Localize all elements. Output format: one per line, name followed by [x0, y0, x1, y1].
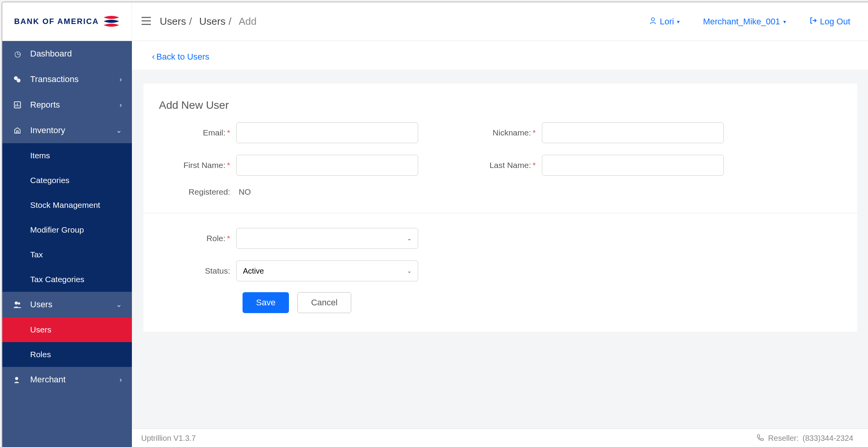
sidebar-item-users[interactable]: Users ⌄ — [2, 292, 132, 317]
user-menu[interactable]: Lori ▾ — [649, 17, 680, 27]
sidebar-sub-modifier[interactable]: Modifier Group — [2, 218, 132, 242]
back-label: Back to Users — [156, 52, 209, 62]
save-button[interactable]: Save — [243, 292, 289, 313]
sidebar-sub-categories[interactable]: Categories — [2, 168, 132, 193]
label-email: Email:* — [159, 128, 236, 137]
nickname-field[interactable] — [542, 122, 724, 143]
sidebar-item-label: Users — [30, 300, 52, 310]
chevron-down-icon: ⌄ — [116, 300, 122, 309]
add-user-card: Add New User Email:* Nickname:* First Na… — [144, 84, 857, 332]
topbar: BANK OF AMERICA Users / Users / A — [2, 2, 868, 41]
sidebar-sub-tax-categories[interactable]: Tax Categories — [2, 267, 132, 292]
user-name: Lori — [660, 17, 674, 27]
sidebar-inventory-group: Items Categories Stock Management Modifi… — [2, 143, 132, 292]
svg-point-4 — [15, 301, 18, 305]
sidebar: ◷ Dashboard Transactions › Reports › — [2, 41, 132, 447]
sidebar-sub-roles[interactable]: Roles — [2, 342, 132, 367]
label-first-name: First Name:* — [159, 161, 236, 170]
label-status: Status: — [159, 266, 236, 276]
svg-point-2 — [17, 79, 21, 82]
page-title: Add New User — [159, 99, 842, 111]
status-select[interactable]: Active — [236, 260, 418, 281]
registered-value: NO — [236, 187, 418, 197]
chevron-right-icon: › — [120, 75, 122, 84]
transactions-icon — [12, 75, 22, 84]
cancel-button[interactable]: Cancel — [297, 292, 351, 313]
last-name-field[interactable] — [542, 155, 724, 176]
content: Add New User Email:* Nickname:* First Na… — [132, 70, 868, 428]
backbar: ‹ Back to Users — [132, 41, 868, 70]
topbar-right: Lori ▾ Merchant_Mike_001 ▾ Log Out — [649, 17, 868, 27]
reseller-label: Reseller: — [768, 434, 799, 443]
svg-point-6 — [15, 377, 18, 380]
breadcrumb-separator: / — [229, 15, 231, 27]
label-nickname: Nickname:* — [418, 128, 542, 137]
chevron-down-icon: ▾ — [677, 19, 680, 25]
chevron-right-icon: › — [120, 376, 122, 384]
breadcrumb-root[interactable]: Users — [160, 15, 186, 27]
sidebar-item-inventory[interactable]: Inventory ⌄ — [2, 118, 132, 143]
sidebar-item-merchant[interactable]: Merchant › — [2, 367, 132, 392]
merchant-name: Merchant_Mike_001 — [703, 17, 780, 27]
button-row: Save Cancel — [243, 292, 842, 313]
app-window: BANK OF AMERICA Users / Users / A — [2, 2, 868, 447]
breadcrumb-current: Add — [239, 15, 256, 27]
dashboard-icon: ◷ — [12, 49, 22, 58]
breadcrumb-separator: / — [189, 15, 192, 27]
breadcrumb: Users / Users / Add — [132, 15, 649, 27]
sidebar-item-reports[interactable]: Reports › — [2, 92, 132, 118]
users-icon — [12, 301, 22, 308]
sidebar-item-label: Reports — [30, 100, 60, 110]
back-to-users-link[interactable]: ‹ Back to Users — [152, 52, 209, 62]
role-select[interactable] — [236, 228, 418, 249]
reseller-info: Reseller: (833)344-2324 — [757, 433, 853, 443]
brand-name: BANK OF AMERICA — [14, 17, 99, 26]
chevron-left-icon: ‹ — [152, 52, 155, 62]
svg-point-5 — [18, 302, 20, 305]
divider — [144, 213, 857, 213]
logout-icon — [809, 17, 817, 27]
main: ‹ Back to Users Add New User Email:* Nic… — [132, 41, 868, 447]
phone-icon — [757, 433, 764, 443]
sidebar-sub-items[interactable]: Items — [2, 143, 132, 168]
sidebar-item-dashboard[interactable]: ◷ Dashboard — [2, 41, 132, 67]
sidebar-item-label: Transactions — [30, 74, 79, 84]
label-role: Role:* — [159, 234, 236, 243]
logout-label: Log Out — [820, 17, 850, 27]
user-icon — [649, 17, 657, 27]
label-last-name: Last Name:* — [418, 161, 542, 170]
chevron-right-icon: › — [120, 101, 122, 109]
logout-button[interactable]: Log Out — [809, 17, 850, 27]
email-field[interactable] — [236, 122, 418, 143]
chevron-down-icon: ▾ — [783, 19, 786, 25]
reseller-phone: (833)344-2324 — [803, 434, 853, 443]
svg-point-0 — [651, 18, 654, 21]
footer: Uptrillion V1.3.7 Reseller: (833)344-232… — [132, 428, 868, 447]
sidebar-item-label: Merchant — [30, 375, 66, 385]
label-registered: Registered: — [159, 187, 236, 197]
form-grid: Email:* Nickname:* First Name:* Last Nam… — [159, 122, 842, 197]
sidebar-sub-users[interactable]: Users — [2, 317, 132, 342]
chevron-down-icon: ⌄ — [116, 126, 122, 135]
merchant-icon — [12, 376, 22, 384]
form-grid-2: Role:* ⌄ Status: Active — [159, 228, 842, 281]
brand-flag-icon — [103, 16, 120, 27]
body: ◷ Dashboard Transactions › Reports › — [2, 41, 868, 447]
sidebar-sub-stock[interactable]: Stock Management — [2, 193, 132, 218]
breadcrumb-parent[interactable]: Users — [199, 15, 226, 27]
brand: BANK OF AMERICA — [2, 2, 132, 41]
sidebar-sub-tax[interactable]: Tax — [2, 242, 132, 267]
merchant-menu[interactable]: Merchant_Mike_001 ▾ — [703, 17, 786, 27]
sidebar-users-group: Users Roles — [2, 317, 132, 367]
version-text: Uptrillion V1.3.7 — [141, 434, 196, 443]
sidebar-item-label: Inventory — [30, 125, 65, 135]
sidebar-item-transactions[interactable]: Transactions › — [2, 67, 132, 92]
reports-icon — [12, 101, 22, 109]
menu-toggle-icon[interactable] — [141, 17, 151, 26]
first-name-field[interactable] — [236, 155, 418, 176]
sidebar-item-label: Dashboard — [30, 49, 72, 59]
inventory-icon — [12, 127, 22, 134]
